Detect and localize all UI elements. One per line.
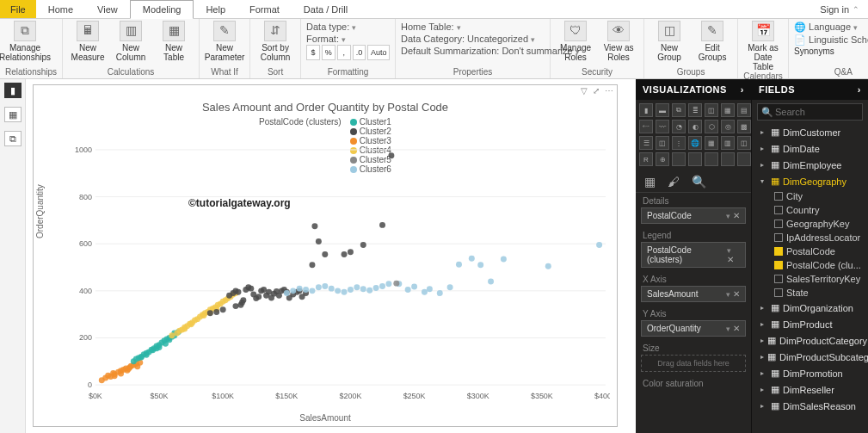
- fields-header[interactable]: FIELDS›: [752, 79, 868, 100]
- viz-type-icon[interactable]: ⋮: [672, 136, 686, 150]
- report-view-button[interactable]: ▮: [4, 83, 22, 98]
- checkbox[interactable]: [774, 233, 783, 242]
- viz-type-icon[interactable]: R: [639, 152, 653, 166]
- viz-type-icon[interactable]: [672, 152, 686, 166]
- language-dropdown[interactable]: 🌐 Language ▾: [794, 21, 868, 34]
- viz-type-icon[interactable]: [721, 152, 735, 166]
- field-item[interactable]: City: [752, 189, 868, 203]
- table-row[interactable]: ▸▦DimDate: [752, 140, 868, 157]
- scatter-chart-visual[interactable]: ▽ ⤢ ⋯ Sales Amount and Order Quantity by…: [33, 84, 618, 427]
- viz-type-icon[interactable]: ◔: [672, 120, 686, 133]
- comma-button[interactable]: ,: [337, 45, 351, 60]
- viz-type-icon[interactable]: 〰: [656, 120, 669, 133]
- visualizations-header[interactable]: VISUALIZATIONS›: [636, 79, 751, 100]
- viz-type-icon[interactable]: [705, 152, 718, 166]
- summarization-dropdown[interactable]: Default Summarization: Don't summarize ▾: [401, 45, 545, 57]
- remove-field-icon[interactable]: ✕: [727, 255, 734, 264]
- viz-type-icon[interactable]: ▥: [721, 136, 735, 150]
- data-view-button[interactable]: ▦: [4, 107, 22, 122]
- new-column-button[interactable]: ▥New Column: [111, 21, 151, 62]
- viz-type-icon[interactable]: ◫: [656, 136, 669, 150]
- table-row[interactable]: ▾▦DimGeography: [752, 173, 868, 189]
- viz-type-icon[interactable]: ≣: [688, 103, 702, 117]
- table-row[interactable]: ▸▦DimEmployee: [752, 157, 868, 173]
- checkbox[interactable]: [774, 247, 783, 256]
- table-row[interactable]: ▸▦DimSalesReason: [752, 398, 868, 414]
- viz-type-icon[interactable]: ◫: [737, 136, 751, 150]
- data-category-dropdown[interactable]: Data Category: Uncategorized ▾: [401, 33, 545, 45]
- legend-item[interactable]: Cluster2: [350, 127, 391, 136]
- table-row[interactable]: ▸▦DimOrganization: [752, 300, 868, 316]
- remove-field-icon[interactable]: ✕: [733, 324, 740, 333]
- sign-in-link[interactable]: Sign in ⌃: [811, 0, 868, 18]
- tab-data-drill[interactable]: Data / Drill: [292, 0, 360, 18]
- file-tab[interactable]: File: [0, 0, 36, 18]
- field-chip[interactable]: PostalCode▾ ✕: [641, 207, 746, 224]
- remove-field-icon[interactable]: ✕: [733, 289, 740, 299]
- field-item[interactable]: Country: [752, 203, 868, 217]
- sort-by-column-button[interactable]: ⇵Sort by Column: [255, 21, 295, 62]
- focus-mode-icon[interactable]: ⤢: [593, 86, 600, 98]
- new-table-button[interactable]: ▦New Table: [154, 21, 194, 62]
- table-row[interactable]: ▸▦DimProductCategory: [752, 332, 868, 349]
- decimals-button[interactable]: .0: [353, 45, 366, 60]
- format-tab-icon[interactable]: 🖌: [668, 175, 680, 189]
- field-item[interactable]: PostalCode: [752, 244, 868, 258]
- viz-type-icon[interactable]: ▬: [656, 103, 669, 117]
- viz-type-icon[interactable]: ⬡: [705, 120, 718, 133]
- model-view-button[interactable]: ⧉: [4, 131, 22, 146]
- home-table-dropdown[interactable]: Home Table: ▾: [401, 21, 545, 33]
- remove-field-icon[interactable]: ✕: [733, 211, 740, 220]
- viz-type-icon[interactable]: ◫: [705, 103, 718, 117]
- viz-type-icon[interactable]: ▮: [639, 103, 653, 117]
- field-item[interactable]: State: [752, 286, 868, 300]
- new-measure-button[interactable]: 🖩New Measure: [68, 21, 108, 62]
- linguistic-schema-dropdown[interactable]: 📄 Linguistic Schema ▾: [794, 34, 868, 46]
- legend-item[interactable]: Cluster3: [350, 136, 391, 145]
- new-group-button[interactable]: ◫New Group: [649, 21, 689, 62]
- viz-type-icon[interactable]: ⊕: [656, 152, 669, 166]
- viz-type-icon[interactable]: ☰: [639, 136, 653, 150]
- field-item[interactable]: SalesTerritoryKey: [752, 272, 868, 286]
- table-row[interactable]: ▸▦DimProduct: [752, 316, 868, 332]
- viz-type-icon[interactable]: ▤: [737, 103, 751, 117]
- checkbox[interactable]: [774, 275, 783, 283]
- auto-spinner[interactable]: Auto: [367, 45, 390, 60]
- data-type-dropdown[interactable]: Data type: ▾: [306, 21, 390, 33]
- table-row[interactable]: ▸▦DimReseller: [752, 381, 868, 398]
- viz-type-icon[interactable]: ▦: [705, 136, 718, 150]
- viz-type-icon[interactable]: ▩: [737, 120, 751, 133]
- checkbox[interactable]: [774, 220, 783, 228]
- analytics-tab-icon[interactable]: 🔍: [692, 175, 706, 189]
- tab-view[interactable]: View: [85, 0, 130, 18]
- tab-home[interactable]: Home: [36, 0, 85, 18]
- synonyms-button[interactable]: Synonyms: [794, 46, 868, 56]
- field-item[interactable]: GeographyKey: [752, 217, 868, 231]
- report-canvas[interactable]: ▽ ⤢ ⋯ Sales Amount and Order Quantity by…: [26, 79, 636, 433]
- viz-type-icon[interactable]: ⬳: [639, 120, 653, 133]
- table-row[interactable]: ▸▦DimPromotion: [752, 365, 868, 381]
- drop-zone[interactable]: Drag data fields here: [641, 355, 746, 372]
- edit-groups-button[interactable]: ✎Edit Groups: [693, 21, 732, 62]
- table-row[interactable]: ▸▦DimProductSubcateg...: [752, 349, 868, 365]
- more-options-icon[interactable]: ⋯: [605, 86, 613, 98]
- currency-button[interactable]: $: [306, 45, 320, 60]
- tab-format[interactable]: Format: [237, 0, 292, 18]
- checkbox[interactable]: [774, 261, 783, 269]
- field-chip[interactable]: PostalCode (clusters)▾ ✕: [641, 242, 746, 268]
- field-chip[interactable]: OrderQuantity▾ ✕: [641, 320, 746, 337]
- field-chip[interactable]: SalesAmount▾ ✕: [641, 286, 746, 302]
- legend-item[interactable]: Cluster1: [350, 117, 391, 127]
- checkbox[interactable]: [774, 192, 783, 201]
- viz-type-icon[interactable]: ◐: [688, 120, 702, 133]
- fields-tab-icon[interactable]: ▦: [644, 175, 656, 189]
- field-item[interactable]: PostalCode (clu...: [752, 258, 868, 272]
- manage-roles-button[interactable]: 🛡Manage Roles: [556, 21, 595, 62]
- format-dropdown[interactable]: Format: ▾: [306, 33, 390, 45]
- checkbox[interactable]: [774, 206, 783, 214]
- viz-type-icon[interactable]: ⧉: [672, 103, 686, 117]
- checkbox[interactable]: [774, 288, 783, 297]
- viz-type-icon[interactable]: [737, 152, 751, 166]
- mark-date-table-button[interactable]: 📅Mark as Date Table: [743, 21, 783, 71]
- viz-type-icon[interactable]: 🌐: [688, 136, 702, 150]
